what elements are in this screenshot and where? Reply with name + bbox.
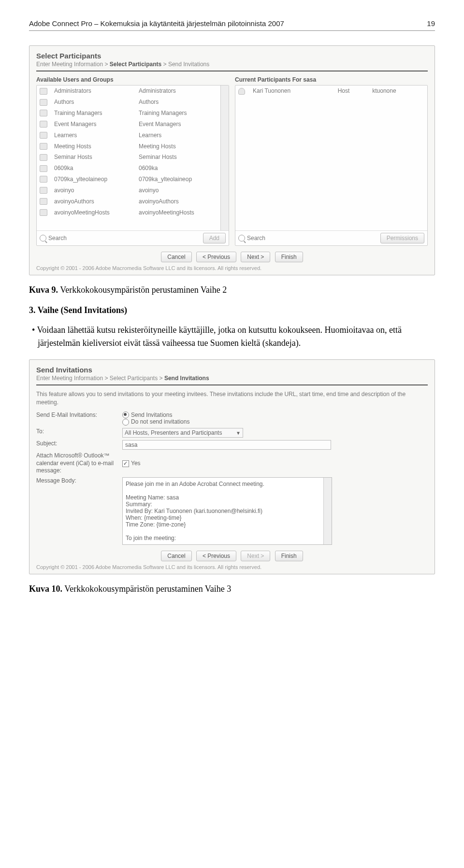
permissions-button[interactable]: Permissions [380, 233, 424, 243]
list-item[interactable]: Training ManagersTraining Managers [37, 108, 220, 119]
breadcrumb-step-1[interactable]: Enter Meeting Information [36, 375, 103, 382]
next-button: Next > [241, 551, 270, 561]
current-participants-heading: Current Participants For sasa [235, 76, 428, 83]
checkbox-icon [122, 460, 129, 467]
group-icon [40, 121, 47, 128]
available-users-list: AdministratorsAdministrators AuthorsAuth… [37, 85, 220, 218]
group-icon [40, 198, 47, 205]
list-item[interactable]: Event ManagersEvent Managers [37, 118, 220, 129]
screenshot-select-participants: Select Participants Enter Meeting Inform… [29, 45, 435, 275]
panel-title: Send Invitations [36, 366, 428, 374]
next-button[interactable]: Next > [241, 252, 270, 262]
finish-button[interactable]: Finish [275, 551, 303, 561]
screenshot-send-invitations: Send Invitations Enter Meeting Informati… [29, 359, 435, 574]
group-icon [40, 143, 47, 150]
scrollbar[interactable] [323, 478, 332, 544]
copyright-text: Copyright © 2001 - 2006 Adobe Macromedia… [36, 564, 428, 570]
label-subject: Subject: [36, 440, 122, 450]
group-icon [40, 99, 47, 106]
list-item[interactable]: 0609ka0609ka [37, 163, 220, 174]
group-icon [40, 88, 47, 95]
step3-bullet: Voidaan lähettää kutsu rekisteröityneill… [29, 324, 435, 350]
label-send-email: Send E-Mail Invitations: [36, 412, 122, 426]
label-message-body: Message Body: [36, 477, 122, 545]
add-button[interactable]: Add [203, 233, 226, 243]
previous-button[interactable]: < Previous [196, 551, 236, 561]
running-head-title: Adobe Connect Pro – Kokemuksia ja käytän… [29, 19, 284, 28]
group-icon [40, 110, 47, 116]
breadcrumb: Enter Meeting Information > Select Parti… [36, 375, 428, 382]
scrollbar[interactable] [220, 85, 229, 230]
cancel-button[interactable]: Cancel [161, 252, 191, 262]
breadcrumb-step-3: Send Invitations [164, 375, 209, 382]
group-icon [40, 187, 47, 194]
chevron-down-icon: ▼ [236, 430, 241, 436]
search-input[interactable]: Search [40, 235, 67, 242]
search-icon [40, 235, 46, 242]
breadcrumb-step-2: Select Participants [110, 61, 161, 68]
group-icon [40, 165, 47, 172]
list-item[interactable]: Meeting HostsMeeting Hosts [37, 141, 220, 152]
group-icon [40, 154, 47, 161]
panel-title: Select Participants [36, 52, 428, 60]
running-head: Adobe Connect Pro – Kokemuksia ja käytän… [29, 19, 435, 31]
current-participants-list: Kari Tuononen Host ktuonone [235, 85, 427, 97]
radio-dont-send[interactable]: Do not send invitations [122, 418, 428, 426]
list-item[interactable]: AdministratorsAdministrators [37, 85, 220, 97]
list-item[interactable]: avoinyoavoinyo [37, 185, 220, 196]
previous-button[interactable]: < Previous [196, 252, 236, 262]
figure-caption-9: Kuva 9. Verkkokokousympäristön perustami… [29, 285, 435, 295]
wizard-buttons: Cancel < Previous Next > Finish [36, 252, 428, 262]
running-head-page: 19 [427, 19, 435, 28]
step3-title: 3. Vaihe (Send Invitations) [29, 304, 435, 317]
person-icon [238, 88, 245, 95]
radio-send[interactable]: Send Invitations [122, 412, 428, 419]
list-item[interactable]: AuthorsAuthors [37, 97, 220, 108]
subject-input[interactable]: sasa [122, 440, 331, 450]
breadcrumb-step-1[interactable]: Enter Meeting Information [36, 61, 103, 68]
to-select[interactable]: All Hosts, Presenters and Participants ▼ [122, 428, 243, 438]
figure-caption-10: Kuva 10. Verkkokokousympäristön perustam… [29, 584, 435, 594]
group-icon [40, 132, 47, 139]
wizard-buttons: Cancel < Previous Next > Finish [36, 551, 428, 561]
breadcrumb-step-2[interactable]: Select Participants [110, 375, 158, 382]
list-item[interactable]: Kari Tuononen Host ktuonone [235, 85, 427, 97]
finish-button[interactable]: Finish [275, 252, 303, 262]
search-icon [238, 235, 245, 242]
list-item[interactable]: avoinyoMeetingHostsavoinyoMeetingHosts [37, 207, 220, 218]
cancel-button[interactable]: Cancel [161, 551, 191, 561]
current-participants-pane: Kari Tuononen Host ktuonone Search [235, 85, 428, 246]
list-item[interactable]: 0709ka_ylteolaineop0709ka_ylteolaineop [37, 174, 220, 185]
list-item[interactable]: avoinyoAuthorsavoinyoAuthors [37, 196, 220, 207]
label-attach-ical: Attach Microsoft® Outlook™ calendar even… [36, 452, 122, 475]
copyright-text: Copyright © 2001 - 2006 Adobe Macromedia… [36, 265, 428, 271]
message-body-textarea[interactable]: Please join me in an Adobe Acrobat Conne… [122, 477, 332, 545]
breadcrumb: Enter Meeting Information > Select Parti… [36, 61, 428, 68]
list-item[interactable]: LearnersLearners [37, 129, 220, 141]
radio-icon [122, 419, 129, 426]
list-item[interactable]: Seminar HostsSeminar Hosts [37, 152, 220, 163]
radio-icon [122, 412, 129, 418]
label-to: To: [36, 428, 122, 438]
intro-text: This feature allows you to send invitati… [36, 390, 428, 407]
breadcrumb-step-3[interactable]: Send Invitations [168, 61, 209, 68]
group-icon [40, 209, 47, 216]
available-users-heading: Available Users and Groups [36, 76, 229, 83]
available-users-pane: AdministratorsAdministrators AuthorsAuth… [36, 85, 229, 246]
search-input[interactable]: Search [238, 235, 265, 242]
group-icon [40, 176, 47, 183]
attach-ical-checkbox[interactable]: Yes [122, 460, 141, 467]
